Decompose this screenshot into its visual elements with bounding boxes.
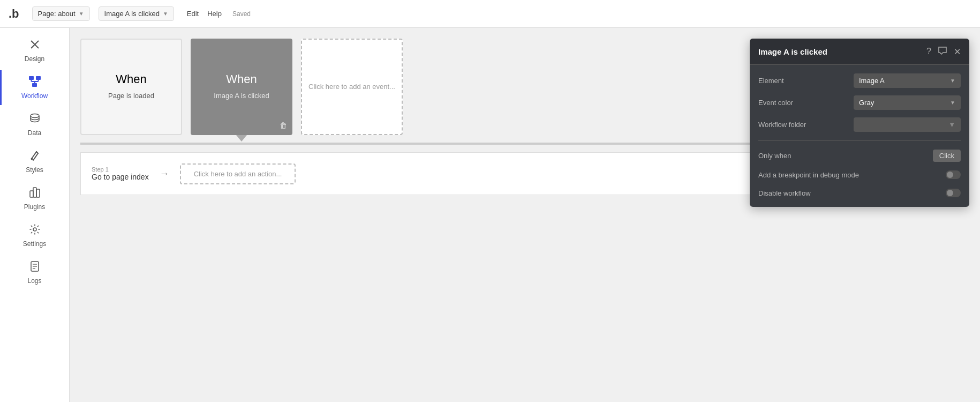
event-card-image-clicked[interactable]: When Image A is clicked 🗑 <box>191 39 292 135</box>
data-label: Data <box>28 129 41 137</box>
panel: Image A is clicked ? ✕ Element Im <box>750 39 969 207</box>
sidebar-item-data[interactable]: Data <box>0 107 69 142</box>
svg-point-10 <box>31 158 33 160</box>
page-dropdown-chevron: ▼ <box>79 11 84 17</box>
panel-header: Image A is clicked ? ✕ <box>750 39 969 65</box>
event-color-value: Gray <box>859 99 874 107</box>
delete-event-icon[interactable]: 🗑 <box>280 121 287 130</box>
event-card-add[interactable]: Click here to add an event... <box>301 39 403 135</box>
panel-comment-icon[interactable] <box>938 46 947 57</box>
event-card-page-loaded[interactable]: When Page is loaded <box>80 39 182 135</box>
panel-close-icon[interactable]: ✕ <box>954 47 961 57</box>
event-color-label: Event color <box>758 99 793 107</box>
svg-rect-12 <box>33 188 36 197</box>
panel-element-row: Element Image A ▼ <box>758 73 961 88</box>
page-dropdown-label: Page: about <box>38 10 76 18</box>
data-icon <box>29 113 41 127</box>
settings-label: Settings <box>23 240 46 248</box>
element-select[interactable]: Image A ▼ <box>854 73 961 88</box>
event-card-add-text: Click here to add an event... <box>308 81 395 93</box>
only-when-label: Only when <box>758 152 791 160</box>
panel-only-when-row: Only when Click <box>758 150 961 162</box>
element-value: Image A <box>859 77 885 85</box>
design-label: Design <box>25 55 44 63</box>
workflow-folder-chevron: ▼ <box>948 121 955 129</box>
svg-rect-13 <box>36 189 40 197</box>
element-label: Element <box>758 77 784 85</box>
styles-icon <box>29 150 41 164</box>
svg-rect-4 <box>32 83 37 87</box>
breakpoint-toggle[interactable] <box>946 170 961 179</box>
workflow-label: Workflow <box>21 92 48 100</box>
workflow-icon <box>28 76 41 90</box>
svg-point-9 <box>31 114 39 118</box>
event-card-1-subtitle: Page is loaded <box>108 91 154 101</box>
event-color-select[interactable]: Gray ▼ <box>854 95 961 110</box>
step-1-number: Step 1 <box>92 166 149 173</box>
sidebar-item-logs[interactable]: Logs <box>0 255 69 290</box>
svg-rect-3 <box>36 76 41 80</box>
card-arrow <box>236 135 247 142</box>
panel-header-icons: ? ✕ <box>926 46 961 57</box>
add-action-button[interactable]: Click here to add an action... <box>180 163 296 184</box>
logs-label: Logs <box>27 277 41 285</box>
sidebar: Design Workflow <box>0 28 70 402</box>
breakpoint-label: Add a breakpoint in debug mode <box>758 171 859 179</box>
panel-body: Element Image A ▼ Event color Gray ▼ <box>750 65 969 207</box>
sidebar-item-styles[interactable]: Styles <box>0 144 69 179</box>
main-layout: Design Workflow <box>0 28 980 402</box>
only-when-tag[interactable]: Click <box>933 150 961 162</box>
plugins-label: Plugins <box>24 203 45 211</box>
styles-label: Styles <box>26 166 43 174</box>
help-link[interactable]: Help <box>207 10 222 18</box>
panel-breakpoint-row: Add a breakpoint in debug mode <box>758 169 961 180</box>
sidebar-item-design[interactable]: Design <box>0 33 69 68</box>
panel-help-icon[interactable]: ? <box>926 47 931 56</box>
disable-label: Disable workflow <box>758 189 811 197</box>
workflow-folder-label: Workflow folder <box>758 121 806 129</box>
panel-divider-1 <box>758 140 961 141</box>
disable-toggle[interactable] <box>946 189 961 197</box>
settings-icon <box>29 224 41 238</box>
step-arrow: → <box>160 168 169 180</box>
top-bar-nav: Edit Help <box>187 10 222 18</box>
step-1-group: Step 1 Go to page index <box>92 166 149 181</box>
sidebar-item-settings[interactable]: Settings <box>0 218 69 253</box>
top-bar: .b Page: about ▼ Image A is clicked ▼ Ed… <box>0 0 980 28</box>
panel-event-color-row: Event color Gray ▼ <box>758 95 961 110</box>
step-1-action: Go to page index <box>92 173 149 181</box>
svg-point-14 <box>33 228 36 231</box>
event-dropdown-label: Image A is clicked <box>104 10 160 18</box>
event-card-2-subtitle: Image A is clicked <box>214 91 269 101</box>
workflow-folder-select[interactable]: ▼ <box>854 117 961 132</box>
sidebar-item-plugins[interactable]: Plugins <box>0 181 69 216</box>
panel-title: Image A is clicked <box>758 47 827 56</box>
element-chevron: ▼ <box>950 78 955 84</box>
panel-workflow-folder-row: Workflow folder ▼ <box>758 117 961 132</box>
page-dropdown[interactable]: Page: about ▼ <box>32 6 90 21</box>
event-color-chevron: ▼ <box>950 100 955 106</box>
only-when-container: Click <box>933 150 961 162</box>
svg-rect-2 <box>29 76 34 80</box>
app-logo: .b <box>9 7 19 21</box>
edit-link[interactable]: Edit <box>187 10 199 18</box>
event-card-2-when: When <box>226 72 257 86</box>
svg-rect-11 <box>30 191 33 197</box>
event-card-1-when: When <box>116 72 146 86</box>
saved-status: Saved <box>232 10 251 18</box>
design-icon <box>29 39 41 53</box>
event-dropdown[interactable]: Image A is clicked ▼ <box>99 6 174 21</box>
plugins-icon <box>29 187 41 201</box>
panel-disable-row: Disable workflow <box>758 188 961 198</box>
sidebar-item-workflow[interactable]: Workflow <box>0 70 69 105</box>
content-area: When Page is loaded When Image A is clic… <box>70 28 980 402</box>
logs-icon <box>29 260 41 275</box>
event-dropdown-chevron: ▼ <box>163 11 168 17</box>
